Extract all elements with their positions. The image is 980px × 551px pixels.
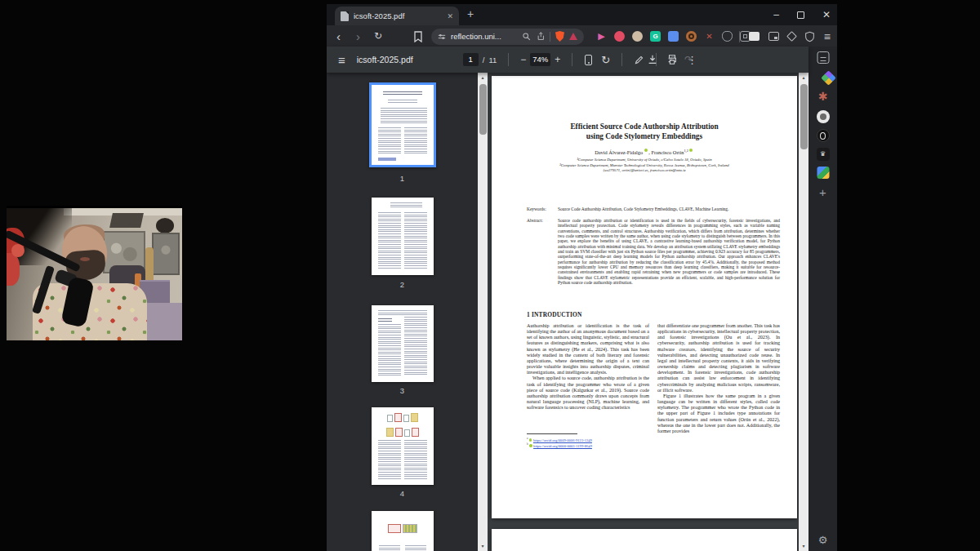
thumbnail-page-2[interactable] <box>372 198 434 275</box>
colorful-docs-icon[interactable] <box>817 167 829 179</box>
scroll-down-icon[interactable]: ▾ <box>478 541 488 551</box>
wall-panel <box>109 213 144 228</box>
abstract-row: Abstract: Source code authorship attribu… <box>527 218 780 285</box>
close-button[interactable]: ✕ <box>822 10 831 20</box>
wall-object <box>156 218 174 233</box>
journal-panel-icon[interactable] <box>817 51 829 64</box>
menu-hamburger-icon[interactable]: ≡ <box>824 30 831 43</box>
keywords-label: Keywords: <box>527 207 546 211</box>
back-button[interactable]: ‹ <box>336 25 341 47</box>
print-icon[interactable] <box>666 54 678 65</box>
donut-extension-icon[interactable] <box>686 31 697 42</box>
add-panel-item-button[interactable]: + <box>819 185 826 199</box>
red-starburst-icon[interactable]: ✱ <box>818 90 828 103</box>
toolbar-right-icons: ≡ <box>739 25 831 47</box>
pdf-filename: icsoft-2025.pdf <box>357 55 439 64</box>
thumbnail-label-4: 4 <box>327 489 478 498</box>
shield-check-icon[interactable] <box>804 31 815 42</box>
zoom-level-input[interactable]: 74% <box>530 53 550 66</box>
pdf-sidebar-toggle-icon[interactable]: ≡ <box>338 53 345 67</box>
intro-column-2: that differentiate one programmer from a… <box>657 323 780 434</box>
orcid-link-1[interactable]: https://orcid.org/0009-0006-9123-1349 <box>533 438 592 442</box>
new-tab-button[interactable]: + <box>467 7 474 20</box>
orcid-link-2[interactable]: https://orcid.org/0000-0003-1199-8649 <box>533 444 592 448</box>
blue-pages-extension-icon[interactable] <box>668 31 679 42</box>
tab-close-icon[interactable]: ✕ <box>447 12 453 20</box>
ai-diamond-icon[interactable] <box>821 70 835 85</box>
page-separator: / <box>483 56 485 64</box>
thumbnail-scrollbar-thumb[interactable] <box>479 84 487 135</box>
download-icon[interactable] <box>647 54 658 65</box>
address-bar[interactable]: reflection.uni... <box>431 29 584 45</box>
divider <box>572 53 572 66</box>
page-number-input[interactable]: 1 <box>463 53 479 66</box>
figurine <box>145 247 154 283</box>
affiliation-1: ¹Computer Science Department, University… <box>492 158 797 162</box>
tune-icon[interactable] <box>438 33 446 41</box>
thumbnail-page-4[interactable] <box>372 407 434 485</box>
document-scrollbar-thumb[interactable] <box>800 84 808 149</box>
extensions-row: ▶ G ✕ <box>596 25 751 47</box>
more-options-kebab-icon[interactable]: ⋮ <box>687 55 697 65</box>
zoom-in-button[interactable]: + <box>555 55 560 64</box>
thumbnail-page-5[interactable] <box>372 511 434 551</box>
rotate-button[interactable]: ↻ <box>601 55 610 65</box>
red-x-extension-icon[interactable]: ✕ <box>704 31 715 42</box>
tab-bar: icsoft-2025.pdf ✕ + – ✕ <box>327 4 837 25</box>
sidebar-toggle-icon[interactable] <box>749 32 760 41</box>
ghost-extension-icon[interactable] <box>722 31 733 42</box>
orcid-icon <box>689 149 693 152</box>
bookmark-icon[interactable] <box>413 31 423 42</box>
footnote-rule <box>527 433 577 434</box>
black-circle-site-icon[interactable] <box>817 129 830 142</box>
thumbnail-page-1[interactable] <box>369 82 436 167</box>
forward-button[interactable]: › <box>356 25 360 47</box>
paper-authors: David Álvarez-Fidalgo, Francisco Ortin1,… <box>492 149 797 155</box>
pink-arrow-extension-icon[interactable]: ▶ <box>596 31 607 42</box>
pdf-favicon-icon <box>341 11 349 21</box>
red-circle-extension-icon[interactable] <box>614 31 625 42</box>
browser-tab[interactable]: icsoft-2025.pdf ✕ <box>335 7 459 25</box>
white-circle-site-icon[interactable] <box>817 110 830 123</box>
wall-board-frame <box>152 233 180 275</box>
dark-square-site-icon[interactable]: ♛ <box>817 148 830 161</box>
keywords-text: Source Code Authorship Attribution, Code… <box>558 207 780 211</box>
red-object <box>11 244 24 257</box>
window-controls: – ✕ <box>773 4 831 25</box>
wallet-panel-icon[interactable] <box>768 32 779 41</box>
scroll-up-icon[interactable]: ▴ <box>478 73 488 82</box>
author-emails: {uo279571, ortin}@uniovi.es, francisco.o… <box>492 168 797 172</box>
minimize-button[interactable]: – <box>773 10 779 20</box>
webcam-overlay <box>7 206 182 340</box>
footnote-orcid-1: ahttps://orcid.org/0009-0006-9123-1349 <box>527 437 592 442</box>
divider <box>508 53 509 66</box>
share-icon[interactable] <box>536 32 545 41</box>
scroll-down-icon[interactable]: ▾ <box>799 541 808 551</box>
beige-circle-extension-icon[interactable] <box>632 31 643 42</box>
vpn-triangle-icon[interactable] <box>569 33 577 40</box>
fit-page-button[interactable] <box>585 55 592 65</box>
rewards-diamond-icon[interactable] <box>786 31 797 42</box>
keywords-row: Keywords: Source Code Authorship Attribu… <box>527 207 780 211</box>
thumbnail-page-3[interactable] <box>372 305 434 382</box>
page-total: 11 <box>488 56 497 64</box>
orcid-icon <box>644 149 648 152</box>
maximize-button[interactable] <box>797 11 804 19</box>
search-zoom-icon[interactable] <box>522 32 531 41</box>
grammarly-extension-icon[interactable]: G <box>650 31 661 42</box>
zoom-out-button[interactable]: − <box>520 55 526 64</box>
settings-gear-icon[interactable]: ⚙ <box>818 534 828 546</box>
thumbnail-label-1: 1 <box>327 174 478 183</box>
thumbnail-scrollbar[interactable]: ▴ ▾ <box>478 73 488 551</box>
document-scrollbar[interactable]: ▴ ▾ <box>799 73 808 551</box>
reload-button[interactable]: ↻ <box>374 25 382 47</box>
divider <box>550 32 550 42</box>
webcam-video <box>7 208 182 340</box>
divider <box>739 31 740 42</box>
pdf-thumbnail-panel: 1 2 3 4 <box>327 73 478 551</box>
thumbnail-figure <box>376 411 429 436</box>
section-heading: 1 INTRODUCTION <box>527 311 581 318</box>
affiliation-2: ²Computer Science Department, Munster Te… <box>492 163 797 167</box>
brave-shields-icon[interactable] <box>555 31 564 42</box>
scroll-up-icon[interactable]: ▴ <box>799 73 808 82</box>
